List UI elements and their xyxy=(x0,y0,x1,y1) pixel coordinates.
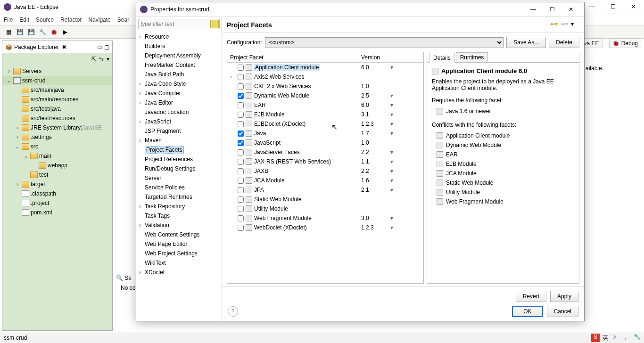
save-icon[interactable]: 💾 xyxy=(15,27,25,37)
expander-icon[interactable]: ⌄ xyxy=(23,153,29,159)
expander-icon[interactable]: › xyxy=(139,90,145,97)
expander-icon[interactable]: › xyxy=(230,74,236,80)
maximize-button[interactable]: ☐ xyxy=(603,0,623,13)
category-web-page-editor[interactable]: Web Page Editor xyxy=(136,239,222,249)
expander-icon[interactable]: › xyxy=(139,137,145,144)
tray-ime-icon[interactable]: S xyxy=(591,334,600,342)
version-dropdown-icon[interactable]: ▾ xyxy=(390,64,400,71)
facet-row[interactable]: Web Fragment Module3.0▾ xyxy=(227,213,423,223)
facet-row[interactable]: Application Client module6.0▾ xyxy=(227,63,423,72)
forward-icon[interactable]: ➡▾ xyxy=(561,21,569,29)
facet-checkbox[interactable] xyxy=(238,102,244,108)
menu-sear[interactable]: Sear xyxy=(117,16,129,23)
facet-row[interactable]: ›Axis2 Web Services xyxy=(227,72,423,82)
version-dropdown-icon[interactable]: ▾ xyxy=(390,130,400,137)
menu-icon[interactable]: ▾ xyxy=(571,21,579,29)
category-service-policies[interactable]: Service Policies xyxy=(136,183,222,192)
category-project-facets[interactable]: Project Facets xyxy=(136,145,222,155)
category-maven[interactable]: ›Maven xyxy=(136,136,222,145)
facet-checkbox[interactable] xyxy=(238,168,244,174)
problems-tab[interactable]: 🔍 Se xyxy=(116,275,132,281)
ok-button[interactable]: OK xyxy=(512,306,543,317)
tree-item[interactable]: src/main/resources xyxy=(2,95,112,104)
tree-item[interactable]: ›.settings xyxy=(2,132,112,142)
facet-checkbox[interactable] xyxy=(238,196,244,203)
expander-icon[interactable]: ⌄ xyxy=(6,77,12,84)
tree-item[interactable]: src/test/java xyxy=(2,104,112,114)
tab-details[interactable]: Details xyxy=(429,53,455,63)
minimize-view-icon[interactable]: ▭ xyxy=(97,44,102,50)
expander-icon[interactable]: › xyxy=(139,99,145,106)
facet-row[interactable]: JAX-RS (REST Web Services)1.1▾ xyxy=(227,157,423,166)
tree-item[interactable]: ›Servers xyxy=(2,66,112,76)
facet-row[interactable]: Dynamic Web Module2.5▾ xyxy=(227,91,423,100)
help-icon[interactable]: ? xyxy=(228,306,238,317)
category-java-compiler[interactable]: ›Java Compiler xyxy=(136,89,222,98)
category-java-editor[interactable]: ›Java Editor xyxy=(136,98,222,107)
facet-checkbox[interactable] xyxy=(238,93,244,99)
tree-item[interactable]: src/test/resources xyxy=(2,114,112,123)
facet-checkbox[interactable] xyxy=(238,112,244,118)
view-menu-icon[interactable]: ▾ xyxy=(107,56,109,62)
category-wikitext[interactable]: WikiText xyxy=(136,258,222,268)
facet-checkbox[interactable] xyxy=(238,74,244,80)
debug-icon[interactable]: 🐞 xyxy=(49,27,58,37)
category-jsp-fragment[interactable]: JSP Fragment xyxy=(136,126,222,136)
expander-icon[interactable]: › xyxy=(15,134,20,140)
category-web-content-settings[interactable]: Web Content Settings xyxy=(136,230,222,239)
run-icon[interactable]: ▶ xyxy=(60,27,70,37)
category-freemarker-context[interactable]: FreeMarker Context xyxy=(136,60,222,70)
facet-row[interactable]: WebDoclet (XDoclet)1.2.3▾ xyxy=(227,223,423,232)
facet-row[interactable]: JPA2.1▾ xyxy=(227,185,423,195)
category-javadoc-location[interactable]: Javadoc Location xyxy=(136,107,222,117)
version-dropdown-icon[interactable]: ▾ xyxy=(390,224,400,231)
tree-item[interactable]: ⌄ssm-crud xyxy=(2,76,112,85)
expander-icon[interactable]: › xyxy=(139,222,145,229)
facet-checkbox[interactable] xyxy=(238,215,244,221)
close-button[interactable]: ✕ xyxy=(623,0,644,13)
tree-item[interactable]: ›JRE System Library [JavaSE- xyxy=(2,123,112,132)
facet-checkbox[interactable] xyxy=(238,65,244,71)
close-view-icon[interactable]: ✖ xyxy=(62,44,66,50)
version-dropdown-icon[interactable]: ▾ xyxy=(390,187,400,193)
facet-checkbox[interactable] xyxy=(238,187,244,193)
facet-row[interactable]: JavaScript1.0 xyxy=(227,138,423,147)
version-dropdown-icon[interactable]: ▾ xyxy=(390,92,400,99)
tree-item[interactable]: ›target xyxy=(2,180,112,189)
version-dropdown-icon[interactable]: ▾ xyxy=(390,149,400,155)
facet-row[interactable]: JavaServer Faces2.2▾ xyxy=(227,147,423,157)
category-targeted-runtimes[interactable]: Targeted Runtimes xyxy=(136,192,222,202)
category-server[interactable]: Server xyxy=(136,173,222,183)
save-all-icon[interactable]: 💾 xyxy=(26,27,36,37)
tray-moon-icon[interactable]: ☽ xyxy=(611,334,619,342)
menu-file[interactable]: File xyxy=(4,16,13,23)
facet-checkbox[interactable] xyxy=(238,121,244,127)
collapse-all-icon[interactable]: ⇱ xyxy=(91,56,96,62)
category-run-debug-settings[interactable]: Run/Debug Settings xyxy=(136,164,222,173)
back-icon[interactable]: ⬅▾ xyxy=(550,21,559,29)
tree-item[interactable]: .classpath xyxy=(2,189,112,198)
tray-comma-icon[interactable]: ， xyxy=(622,334,631,342)
clear-filter-icon[interactable] xyxy=(210,20,219,28)
menu-refactor[interactable]: Refactor xyxy=(60,16,82,23)
dialog-close-button[interactable]: ✕ xyxy=(561,3,580,16)
version-dropdown-icon[interactable]: ▾ xyxy=(390,177,400,184)
version-dropdown-icon[interactable]: ▾ xyxy=(390,168,400,174)
facet-checkbox[interactable] xyxy=(238,206,244,212)
category-validation[interactable]: ›Validation xyxy=(136,220,222,230)
tray-lang-label[interactable]: 英 xyxy=(603,334,608,342)
link-editor-icon[interactable]: ⇆ xyxy=(99,56,104,62)
category-java-build-path[interactable]: Java Build Path xyxy=(136,70,222,79)
expander-icon[interactable]: › xyxy=(139,81,145,87)
expander-icon[interactable]: › xyxy=(15,181,20,188)
category-java-code-style[interactable]: ›Java Code Style xyxy=(136,79,222,89)
new-icon[interactable]: ▦ xyxy=(4,27,13,37)
facet-row[interactable]: Utility Module xyxy=(227,204,423,213)
facet-checkbox[interactable] xyxy=(238,140,244,146)
expander-icon[interactable]: › xyxy=(139,203,145,210)
col-version[interactable]: Version xyxy=(359,54,390,61)
facet-row[interactable]: EJBDoclet (XDoclet)1.2.3▾ xyxy=(227,119,423,129)
category-list[interactable]: ›ResourceBuildersDeployment AssemblyFree… xyxy=(136,31,222,321)
tray-wrench-icon[interactable]: 🔧 xyxy=(634,334,642,342)
version-dropdown-icon[interactable]: ▾ xyxy=(390,158,400,165)
